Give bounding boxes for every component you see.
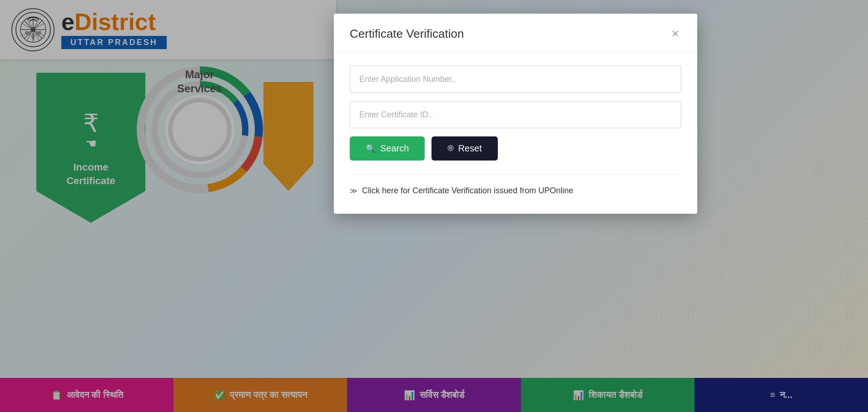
application-number-input[interactable] xyxy=(350,65,681,93)
modal-title: Certificate Verification xyxy=(350,27,464,41)
certificate-verification-modal: Certificate Verification × 🔍 Search ® Re… xyxy=(334,14,697,214)
modal-close-button[interactable]: × xyxy=(670,25,681,42)
modal-header: Certificate Verification × xyxy=(334,14,697,52)
modal-divider xyxy=(350,174,681,175)
modal-body: 🔍 Search ® Reset ≫ Click here for Certif… xyxy=(334,52,697,214)
reset-label: Reset xyxy=(458,143,482,154)
search-label: Search xyxy=(380,143,409,154)
reset-button[interactable]: ® Reset xyxy=(432,136,498,161)
search-icon: 🔍 xyxy=(366,144,376,154)
modal-action-buttons: 🔍 Search ® Reset xyxy=(350,136,681,161)
reset-icon: ® xyxy=(447,144,453,153)
search-button[interactable]: 🔍 Search xyxy=(350,136,425,161)
certificate-id-input[interactable] xyxy=(350,101,681,128)
uponline-link-text: Click here for Certificate Verification … xyxy=(362,186,573,196)
uponline-verification-link[interactable]: ≫ Click here for Certificate Verificatio… xyxy=(350,186,681,200)
double-chevron-icon: ≫ xyxy=(350,186,357,195)
